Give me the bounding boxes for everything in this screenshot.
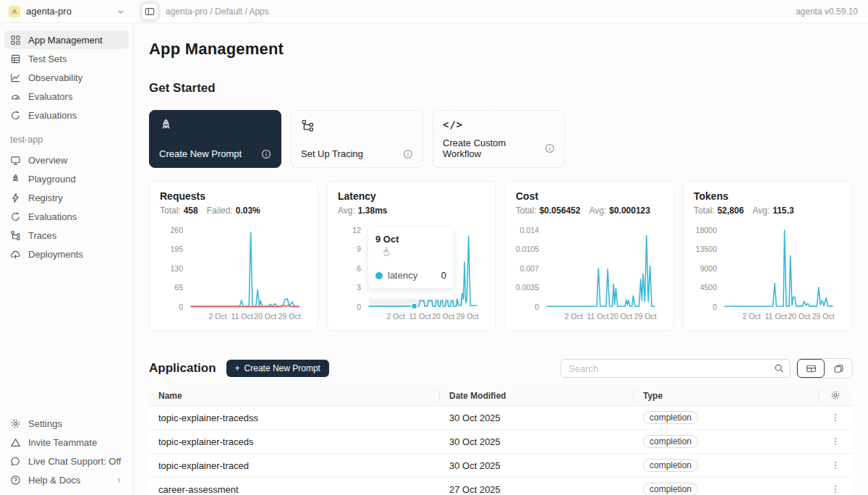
table-view-button[interactable] — [797, 359, 825, 378]
svg-text:2 Oct: 2 Oct — [742, 312, 760, 321]
svg-text:20 Oct: 20 Oct — [254, 312, 276, 321]
grid-icon — [10, 35, 21, 46]
help-circle-icon — [10, 475, 21, 486]
table-row[interactable]: topic-explainer-tracedss 30 Oct 2025 com… — [149, 406, 852, 430]
tooltip-value: 0 — [441, 270, 446, 281]
set-up-tracing-card[interactable]: Set Up Tracing — [291, 110, 423, 168]
sidebar-item-invite-teammate[interactable]: Invite Teammate — [4, 433, 129, 452]
search-icon[interactable] — [774, 363, 784, 373]
table-row[interactable]: career-assessment 27 Oct 2025 completion — [149, 478, 852, 495]
svg-text:13500: 13500 — [696, 245, 717, 253]
svg-text:0: 0 — [179, 302, 183, 311]
info-circle-icon[interactable] — [545, 143, 555, 153]
app-version: agenta v0.59.10 — [796, 7, 868, 17]
sidebar: App Management Test Sets Observability E… — [0, 23, 134, 495]
tokens-chart[interactable]: 04500900013500180002 Oct11 Oct20 Oct29 O… — [694, 223, 841, 327]
code-icon: </> — [443, 119, 555, 130]
sidebar-item-app-evaluations[interactable]: Evaluations — [4, 207, 129, 226]
cost-chart[interactable]: 00.00350.0070.01050.0142 Oct11 Oct20 Oct… — [516, 223, 663, 327]
view-toggle — [796, 358, 853, 378]
create-new-prompt-card[interactable]: Create New Prompt — [149, 110, 281, 168]
chart-tooltip: 9 Oct ☝ latency 0 — [368, 228, 454, 288]
sidebar-toggle-button[interactable] — [141, 3, 158, 20]
svg-text:2 Oct: 2 Oct — [208, 312, 226, 321]
rocket-icon — [159, 119, 271, 132]
sidebar-item-playground[interactable]: Playground — [4, 169, 129, 188]
column-settings-cell — [819, 390, 852, 402]
sidebar-item-test-sets[interactable]: Test Sets — [4, 49, 129, 68]
svg-text:0.0105: 0.0105 — [516, 245, 539, 253]
lightning-icon — [10, 192, 21, 203]
sidebar-item-evaluators[interactable]: Evaluators — [4, 87, 129, 106]
sidebar-item-registry[interactable]: Registry — [4, 188, 129, 207]
sidebar-section-label: test-app — [0, 124, 133, 151]
stat-label: Total: — [160, 206, 181, 216]
tooltip-date: 9 Oct — [375, 234, 446, 245]
page-title: App Management — [149, 40, 853, 59]
app-name: topic-explainer-traceds — [149, 436, 440, 447]
table-row[interactable]: topic-explainer-traceds 30 Oct 2025 comp… — [149, 430, 852, 454]
row-more-button[interactable] — [819, 412, 852, 423]
svg-text:12: 12 — [352, 226, 361, 234]
app-name: topic-explainer-traced — [149, 460, 440, 471]
column-header-type[interactable]: Type — [634, 390, 819, 402]
type-badge: completion — [643, 411, 698, 424]
sidebar-item-evaluations[interactable]: Evaluations — [4, 106, 129, 124]
sidebar-item-help-docs[interactable]: Help & Docs — [4, 470, 129, 489]
svg-text:2 Oct: 2 Oct — [564, 312, 582, 321]
sidebar-item-live-chat[interactable]: Live Chat Support: Off — [4, 452, 129, 470]
type-badge: completion — [643, 483, 698, 495]
svg-text:29 Oct: 29 Oct — [456, 312, 479, 321]
table-row[interactable]: topic-explainer-traced 30 Oct 2025 compl… — [149, 454, 852, 478]
type-badge: completion — [643, 459, 698, 472]
sidebar-item-deployments[interactable]: Deployments — [4, 245, 129, 263]
requests-chart[interactable]: 0651301952602 Oct11 Oct20 Oct29 Oct — [160, 223, 307, 327]
svg-text:0: 0 — [357, 302, 361, 311]
row-more-button[interactable] — [819, 436, 852, 447]
info-circle-icon[interactable] — [403, 149, 413, 159]
stat-title: Latency — [338, 190, 485, 202]
refresh-icon — [10, 110, 21, 121]
app-date: 27 Oct 2025 — [440, 484, 634, 495]
legend-dot-icon — [375, 272, 383, 279]
svg-text:20 Oct: 20 Oct — [610, 312, 632, 321]
workspace-switcher[interactable]: A agenta-pro — [0, 6, 134, 17]
sidebar-item-traces[interactable]: Traces — [4, 226, 129, 245]
breadcrumb[interactable]: agenta-pro / Default / Apps — [166, 7, 269, 17]
stat-label: Failed: — [207, 206, 233, 216]
tokens-card: Tokens Total:52,806 Avg:115.3 0450090001… — [683, 181, 852, 331]
sidebar-item-label: Observability — [28, 72, 82, 83]
create-new-prompt-button[interactable]: + Create New Prompt — [226, 360, 329, 377]
sidebar-item-label: Evaluations — [28, 110, 77, 121]
chat-bubble-icon — [10, 456, 21, 467]
card-view-button[interactable] — [825, 359, 852, 378]
gear-icon[interactable] — [830, 390, 841, 402]
row-more-button[interactable] — [819, 460, 852, 470]
column-header-name[interactable]: Name — [149, 390, 440, 402]
sidebar-item-overview[interactable]: Overview — [4, 151, 129, 169]
requests-card: Requests Total:458 Failed:0.03% 06513019… — [149, 181, 318, 331]
app-date: 30 Oct 2025 — [440, 412, 634, 423]
card-label: Create Custom Workflow — [443, 138, 545, 159]
info-circle-icon[interactable] — [261, 149, 271, 159]
sidebar-item-label: App Management — [28, 35, 103, 46]
sidebar-item-observability[interactable]: Observability — [4, 68, 129, 87]
stat-value: 115.3 — [773, 206, 793, 216]
column-header-date-modified[interactable]: Date Modified — [440, 390, 634, 402]
workspace-name: agenta-pro — [26, 6, 72, 17]
search-input[interactable] — [569, 363, 774, 374]
top-bar: A agenta-pro agenta-pro / Default / Apps… — [0, 0, 868, 23]
chevron-down-icon — [116, 7, 125, 16]
row-more-button[interactable] — [819, 484, 852, 494]
stat-label: Avg: — [752, 206, 770, 216]
svg-text:29 Oct: 29 Oct — [634, 312, 657, 321]
svg-text:0.014: 0.014 — [520, 226, 539, 234]
gear-icon — [10, 418, 21, 429]
main-content: App Management Get Started Create New Pr… — [134, 23, 868, 495]
svg-text:29 Oct: 29 Oct — [278, 312, 301, 321]
svg-text:0: 0 — [712, 302, 717, 311]
sidebar-item-settings[interactable]: Settings — [4, 414, 129, 433]
sidebar-item-app-management[interactable]: App Management — [4, 30, 129, 49]
create-custom-workflow-card[interactable]: </> Create Custom Workflow — [433, 110, 565, 168]
app-name: career-assessment — [149, 484, 440, 495]
